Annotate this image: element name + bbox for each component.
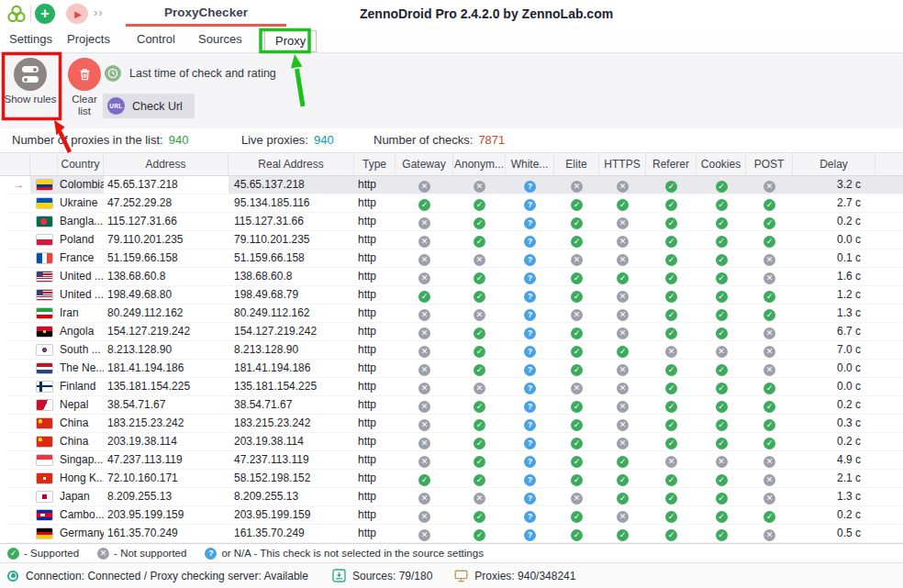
anonymous-check-cell: ✓	[453, 470, 506, 487]
type-cell: http	[354, 470, 396, 487]
table-row[interactable]: Hong K...72.10.160.17158.152.198.152http…	[7, 470, 903, 488]
supported-icon: ✓	[617, 456, 629, 468]
table-row[interactable]: United ...198.49.68.80198.49.68.79http✓✓…	[7, 286, 903, 305]
table-row[interactable]: Angola154.127.219.242154.127.219.242http…	[7, 323, 903, 341]
not-supported-icon: ✕	[764, 529, 775, 541]
column-header-cookies[interactable]: Cookies	[697, 153, 746, 175]
country-cell: Angola	[58, 323, 104, 340]
column-header-real-address[interactable]: Real Address	[229, 153, 354, 175]
column-header-address[interactable]: Address	[104, 153, 229, 175]
last-check-toggle[interactable]: Last time of check and rating	[105, 65, 276, 82]
app-tab-proxychecker[interactable]: ProxyChecker	[126, 0, 286, 28]
https-check-cell: ✕	[599, 305, 646, 322]
https-check-cell: ✓	[599, 488, 646, 505]
column-header-https[interactable]: HTTPS	[599, 153, 646, 175]
supported-icon: ✓	[665, 291, 677, 303]
not-supported-icon: ✕	[617, 309, 629, 321]
referer-check-cell: ✓	[646, 213, 697, 230]
table-row[interactable]: Japan8.209.255.138.209.255.13http✕✕?✕✓✓✓…	[7, 488, 903, 506]
table-row[interactable]: Ukraine47.252.29.2895.134.185.116http✓✓?…	[7, 194, 903, 213]
topbar: + ▶ ›› ProxyChecker ZennoDroid Pro 2.4.2…	[0, 0, 903, 28]
supported-icon: ✓	[617, 272, 629, 284]
row-filler	[875, 305, 903, 322]
address-cell: 135.181.154.225	[104, 378, 229, 395]
type-cell: http	[354, 378, 396, 395]
supported-icon: ✓	[474, 272, 485, 284]
real-address-cell: 47.237.113.119	[229, 451, 354, 469]
not-supported-icon: ✕	[764, 254, 775, 266]
table-row[interactable]: Nepal38.54.71.6738.54.71.67http✕✓?✓✕✓✓✓0…	[7, 396, 903, 415]
address-cell: 80.249.112.162	[104, 305, 229, 322]
table-row[interactable]: Singap...47.237.113.11947.237.113.119htt…	[7, 451, 903, 470]
table-row[interactable]: South ...8.213.128.908.213.128.90http✕✓?…	[7, 341, 903, 360]
supported-icon: ✓	[716, 401, 728, 413]
elite-check-cell: ✓	[554, 323, 599, 340]
cookies-check-cell: ✓	[697, 268, 746, 285]
column-header-blank-0[interactable]	[7, 153, 30, 175]
https-check-cell: ✕	[599, 323, 646, 340]
supported-icon: ✓	[716, 493, 728, 505]
table-row[interactable]: United ...138.68.60.8138.68.60.8http✕✓?✓…	[7, 268, 903, 286]
supported-icon: ✓	[764, 419, 775, 431]
not-supported-icon: ✕	[418, 346, 430, 358]
show-rules-button[interactable]: Show rules	[4, 56, 57, 105]
tab-settings[interactable]: Settings	[9, 32, 52, 46]
column-header-country[interactable]: Country	[58, 153, 104, 175]
stat-live-proxies: Live proxies:940	[241, 128, 334, 152]
status-bar: Connection: Connected / Proxy checking s…	[0, 562, 903, 588]
table-row[interactable]: The Ne...181.41.194.186181.41.194.186htt…	[7, 360, 903, 378]
table-row[interactable]: Poland79.110.201.23579.110.201.235http✕✓…	[7, 231, 903, 250]
whitelist-check-cell: ?	[506, 305, 554, 322]
elite-check-cell: ✓	[554, 268, 599, 285]
gateway-check-cell: ✕	[396, 268, 453, 285]
table-row[interactable]: China203.19.38.114203.19.38.114http✕✓?✓✕…	[7, 433, 903, 451]
tab-sources[interactable]: Sources	[198, 32, 242, 46]
table-row[interactable]: China183.215.23.242183.215.23.242http✕✓?…	[7, 415, 903, 433]
column-header-elite[interactable]: Elite	[554, 153, 599, 175]
table-row[interactable]: Germany161.35.70.249161.35.70.249http✕✓?…	[7, 525, 903, 543]
table-row[interactable]: France51.159.66.15851.159.66.158http✕✕?✕…	[7, 250, 903, 268]
column-header-white[interactable]: White...	[506, 153, 554, 175]
supported-icon: ✓	[716, 181, 728, 193]
table-row[interactable]: Cambo...203.95.199.159203.95.199.159http…	[7, 506, 903, 525]
overflow-chevrons-icon[interactable]: ››	[94, 6, 104, 19]
na-icon: ?	[524, 254, 536, 266]
check-url-button[interactable]: URL Check Url	[103, 94, 195, 118]
run-button[interactable]: ▶	[66, 4, 88, 24]
table-row[interactable]: Bangla...115.127.31.66115.127.31.66http✕…	[7, 213, 903, 231]
gateway-check-cell: ✕	[396, 231, 453, 249]
tab-projects[interactable]: Projects	[67, 32, 110, 46]
table-row[interactable]: →Colombia45.65.137.21845.65.137.218http✕…	[7, 176, 903, 194]
table-row[interactable]: Iran80.249.112.16280.249.112.162http✕✕?✕…	[7, 305, 903, 323]
tab-control[interactable]: Control	[137, 32, 175, 46]
column-header-referer[interactable]: Referer	[646, 153, 697, 175]
table-row[interactable]: Finland135.181.154.225135.181.154.225htt…	[7, 378, 903, 396]
flag-icon-ao	[37, 327, 52, 337]
anonymous-check-cell: ✕	[453, 176, 506, 194]
type-cell: http	[354, 415, 396, 432]
address-cell: 154.127.219.242	[104, 323, 229, 340]
stat-checks-value: 7871	[478, 133, 505, 147]
add-button[interactable]: +	[35, 4, 55, 24]
supported-icon: ✓	[474, 438, 485, 449]
supported-icon: ✓	[571, 291, 583, 303]
na-icon: ?	[524, 217, 536, 229]
address-cell: 47.252.29.28	[104, 194, 229, 212]
anonymous-check-cell: ✓	[453, 396, 506, 414]
column-header-type[interactable]: Type	[354, 153, 396, 175]
country-cell: United ...	[58, 286, 104, 304]
column-header-delay[interactable]: Delay	[793, 153, 875, 175]
not-supported-icon: ✕	[617, 181, 629, 193]
app-tab-label: ProxyChecker	[164, 6, 248, 19]
column-header-anonym[interactable]: Anonym...	[453, 153, 506, 175]
country-cell: Japan	[58, 488, 104, 505]
active-tab-underline	[126, 24, 286, 27]
type-cell: http	[354, 396, 396, 414]
tab-proxy[interactable]: Proxy	[264, 30, 317, 52]
column-header-gateway[interactable]: Gateway	[396, 153, 453, 175]
https-check-cell: ✕	[599, 213, 646, 230]
supported-icon: ✓	[716, 327, 728, 339]
country-flag-cell	[30, 341, 58, 359]
column-header-post[interactable]: POST	[746, 153, 793, 175]
column-header-blank-1[interactable]	[30, 153, 58, 175]
